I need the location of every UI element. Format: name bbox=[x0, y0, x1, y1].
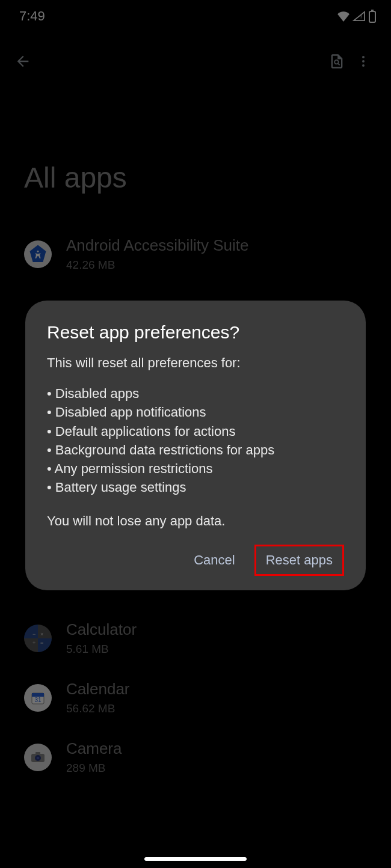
app-icon-calendar: 31 bbox=[24, 684, 52, 712]
search-in-page-button[interactable] bbox=[324, 48, 350, 75]
more-options-button[interactable] bbox=[350, 48, 377, 75]
svg-point-18 bbox=[37, 756, 40, 759]
dialog-bullet-list: Disabled apps Disabled app notifications… bbox=[47, 384, 344, 497]
reset-app-preferences-dialog: Reset app preferences? This will reset a… bbox=[25, 301, 366, 590]
dialog-bullet: Disabled apps bbox=[47, 384, 344, 403]
app-icon-accessibility bbox=[24, 240, 52, 268]
app-icon-calculator: − × + = bbox=[24, 625, 52, 652]
status-icons: ! bbox=[337, 10, 377, 23]
reset-apps-button[interactable]: Reset apps bbox=[263, 551, 335, 569]
battery-icon bbox=[368, 10, 377, 23]
dialog-title: Reset app preferences? bbox=[47, 322, 344, 343]
svg-text:×: × bbox=[40, 631, 43, 637]
app-name: Camera bbox=[66, 739, 122, 758]
app-size: 42.26 MB bbox=[66, 258, 248, 272]
app-list-item[interactable]: Camera 289 MB bbox=[24, 727, 367, 787]
page-title: All apps bbox=[0, 89, 391, 224]
toolbar bbox=[0, 30, 391, 89]
app-name: Calendar bbox=[66, 680, 130, 698]
svg-point-6 bbox=[362, 60, 365, 63]
arrow-left-icon bbox=[14, 53, 31, 70]
app-list-item[interactable]: Android Accessibility Suite 42.26 MB bbox=[24, 224, 367, 284]
svg-text:!: ! bbox=[360, 13, 362, 20]
dialog-body: This will reset all preferences for: Dis… bbox=[47, 353, 344, 530]
svg-rect-19 bbox=[35, 752, 40, 754]
back-button[interactable] bbox=[10, 48, 36, 75]
svg-point-5 bbox=[362, 56, 365, 58]
more-vert-icon bbox=[356, 53, 371, 70]
app-name: Calculator bbox=[66, 620, 137, 639]
app-list-item[interactable]: 31 Calendar 56.62 MB bbox=[24, 668, 367, 727]
signal-icon: ! bbox=[353, 11, 366, 22]
find-in-page-icon bbox=[328, 53, 345, 70]
wifi-icon bbox=[337, 11, 350, 22]
dialog-bullet: Any permission restrictions bbox=[47, 459, 344, 478]
svg-text:+: + bbox=[32, 640, 35, 646]
svg-line-4 bbox=[338, 64, 340, 66]
status-bar: 7:49 ! bbox=[0, 0, 391, 30]
dialog-note: You will not lose any app data. bbox=[47, 512, 344, 530]
svg-rect-2 bbox=[371, 10, 374, 11]
app-icon-camera bbox=[24, 744, 52, 771]
svg-point-7 bbox=[362, 64, 365, 67]
status-time: 7:49 bbox=[19, 8, 45, 24]
highlight-annotation: Reset apps bbox=[254, 545, 344, 576]
app-size: 289 MB bbox=[66, 762, 122, 775]
dialog-bullet: Battery usage settings bbox=[47, 478, 344, 497]
app-size: 56.62 MB bbox=[66, 702, 130, 715]
dialog-bullet: Disabled app notifications bbox=[47, 403, 344, 421]
app-name: Android Accessibility Suite bbox=[66, 236, 248, 255]
gesture-nav-bar[interactable] bbox=[144, 857, 247, 861]
app-list-item[interactable]: − × + = Calculator 5.61 MB bbox=[24, 608, 367, 668]
app-size: 5.61 MB bbox=[66, 643, 137, 656]
svg-text:31: 31 bbox=[34, 697, 42, 703]
dialog-bullet: Default applications for actions bbox=[47, 422, 344, 441]
svg-point-8 bbox=[37, 250, 39, 252]
svg-point-3 bbox=[334, 60, 339, 64]
svg-text:−: − bbox=[32, 631, 35, 637]
dialog-intro: This will reset all preferences for: bbox=[47, 353, 344, 372]
dialog-bullet: Background data restrictions for apps bbox=[47, 441, 344, 459]
cancel-button[interactable]: Cancel bbox=[183, 545, 245, 576]
svg-text:=: = bbox=[40, 640, 43, 646]
dialog-actions: Cancel Reset apps bbox=[47, 545, 344, 576]
svg-rect-1 bbox=[369, 11, 375, 22]
